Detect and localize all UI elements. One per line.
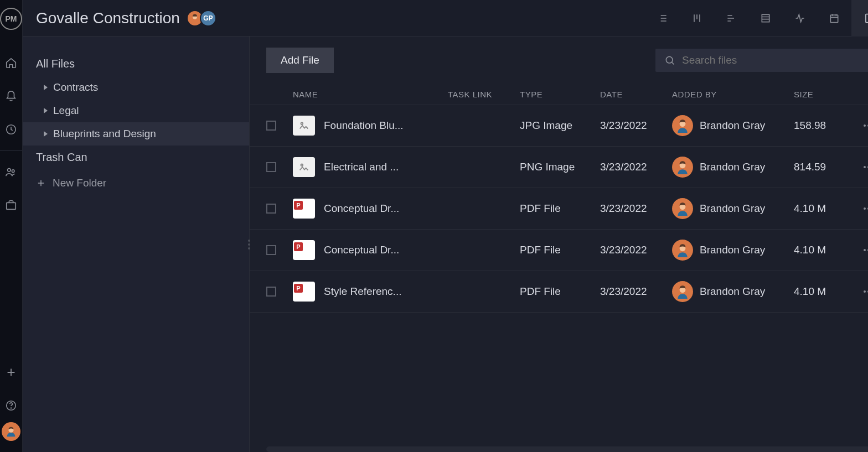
new-folder-button[interactable]: New Folder	[23, 169, 249, 197]
file-panel: Add File NAME TASK LINK TYPE DATE ADDED …	[250, 37, 868, 452]
row-more-icon[interactable]	[855, 285, 868, 298]
new-folder-label: New Folder	[53, 177, 106, 189]
file-size: 4.10 M	[794, 202, 855, 215]
search-icon	[664, 55, 675, 66]
row-checkbox[interactable]	[266, 245, 276, 255]
folder-all-files[interactable]: All Files	[23, 52, 249, 76]
add-file-button[interactable]: Add File	[266, 48, 334, 73]
files-view-icon[interactable]	[851, 0, 868, 37]
gantt-view-icon[interactable]	[714, 0, 748, 37]
row-checkbox[interactable]	[266, 162, 276, 172]
clock-icon[interactable]	[0, 118, 22, 141]
file-type: PDF File	[520, 202, 600, 215]
activity-view-icon[interactable]	[783, 0, 817, 37]
col-size[interactable]: SIZE	[794, 90, 855, 99]
folder-item[interactable]: Blueprints and Design	[23, 122, 249, 146]
col-added-by[interactable]: ADDED BY	[672, 90, 794, 99]
calendar-view-icon[interactable]	[817, 0, 851, 37]
folder-label: Blueprints and Design	[53, 128, 156, 140]
svg-point-31	[864, 290, 866, 293]
file-added-by: Brandon Gray	[700, 120, 765, 132]
file-row[interactable]: Conceptual Dr...PDF File3/23/2022Brandon…	[250, 230, 868, 271]
file-row[interactable]: Style Referenc...PDF File3/23/2022Brando…	[250, 271, 868, 313]
svg-point-27	[864, 249, 866, 251]
file-size: 4.10 M	[794, 244, 855, 256]
home-icon[interactable]	[0, 52, 22, 74]
svg-point-12	[301, 123, 303, 125]
folder-label: Contracts	[53, 81, 98, 93]
file-table-header: NAME TASK LINK TYPE DATE ADDED BY SIZE	[250, 84, 868, 105]
folder-item[interactable]: Legal	[23, 99, 249, 122]
file-size: 814.59	[794, 161, 855, 173]
file-row[interactable]: Conceptual Dr...PDF File3/23/2022Brandon…	[250, 188, 868, 230]
file-size: 4.10 M	[794, 285, 855, 298]
pdf-thumb-icon	[293, 282, 315, 302]
folder-item[interactable]: Contracts	[23, 76, 249, 99]
row-checkbox[interactable]	[266, 204, 276, 214]
member-avatars[interactable]: GP	[190, 10, 216, 27]
file-name: Style Referenc...	[324, 285, 401, 298]
svg-point-19	[864, 166, 866, 168]
svg-point-11	[666, 56, 673, 63]
file-added-by: Brandon Gray	[700, 202, 765, 215]
rail-divider	[0, 150, 22, 151]
col-task-link[interactable]: TASK LINK	[448, 90, 520, 99]
plus-icon[interactable]	[0, 361, 22, 383]
bell-icon[interactable]	[0, 85, 22, 107]
svg-point-23	[864, 207, 866, 210]
caret-right-icon	[44, 131, 48, 137]
file-date: 3/23/2022	[600, 202, 672, 215]
avatar-icon	[672, 198, 693, 219]
file-type: PDF File	[520, 285, 600, 298]
file-date: 3/23/2022	[600, 120, 672, 132]
avatar[interactable]: GP	[200, 10, 216, 27]
nav-rail: PM	[0, 0, 23, 452]
avatar-icon	[672, 115, 693, 136]
board-view-icon[interactable]	[680, 0, 714, 37]
file-name: Conceptual Dr...	[324, 244, 399, 256]
file-type: JPG Image	[520, 120, 600, 132]
user-avatar[interactable]	[2, 422, 20, 441]
briefcase-icon[interactable]	[0, 194, 22, 216]
avatar-icon	[672, 157, 693, 178]
svg-rect-9	[762, 14, 769, 22]
row-more-icon[interactable]	[855, 243, 868, 257]
caret-right-icon	[44, 108, 48, 113]
file-date: 3/23/2022	[600, 244, 672, 256]
col-date[interactable]: DATE	[600, 90, 672, 99]
folder-label: Legal	[53, 105, 79, 117]
list-view-icon[interactable]	[645, 0, 680, 37]
project-title: Govalle Construction	[36, 9, 180, 27]
sheet-view-icon[interactable]	[748, 0, 783, 37]
files-toolbar: Add File	[250, 37, 868, 84]
file-row[interactable]: Electrical and ...PNG Image3/23/2022Bran…	[250, 147, 868, 188]
app-logo[interactable]: PM	[0, 8, 22, 30]
file-name: Conceptual Dr...	[324, 202, 399, 215]
topbar: Govalle Construction GP	[23, 0, 868, 37]
search-box[interactable]	[655, 49, 868, 72]
row-more-icon[interactable]	[855, 160, 868, 174]
row-checkbox[interactable]	[266, 287, 276, 297]
horizontal-scrollbar[interactable]	[266, 446, 868, 452]
people-icon[interactable]	[0, 161, 22, 183]
row-more-icon[interactable]	[855, 202, 868, 215]
col-name[interactable]: NAME	[293, 90, 448, 99]
image-thumb-icon	[293, 157, 315, 177]
svg-point-14	[864, 124, 866, 127]
image-thumb-icon	[293, 116, 315, 136]
folder-sidebar: All Files ContractsLegalBlueprints and D…	[23, 37, 250, 452]
pdf-thumb-icon	[293, 240, 315, 260]
file-type: PNG Image	[520, 161, 600, 173]
row-checkbox[interactable]	[266, 121, 276, 131]
file-row[interactable]: Foundation Blu...JPG Image3/23/2022Brand…	[250, 105, 868, 147]
search-input[interactable]	[682, 54, 868, 66]
row-more-icon[interactable]	[855, 119, 868, 132]
col-type[interactable]: TYPE	[520, 90, 600, 99]
folder-trash[interactable]: Trash Can	[23, 146, 249, 169]
svg-point-2	[12, 170, 14, 173]
file-type: PDF File	[520, 244, 600, 256]
file-date: 3/23/2022	[600, 285, 672, 298]
view-tabs	[645, 0, 868, 37]
resize-handle[interactable]	[248, 240, 250, 250]
help-icon[interactable]	[0, 394, 22, 417]
